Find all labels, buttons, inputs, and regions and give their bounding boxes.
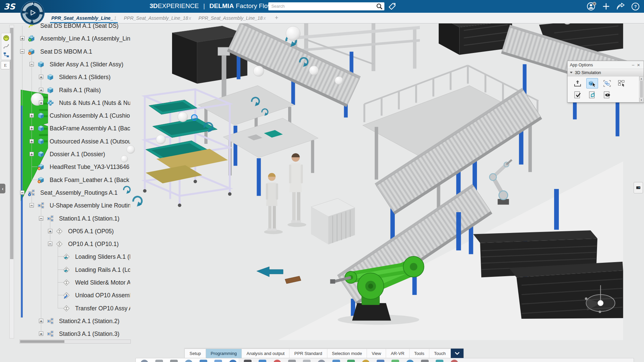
toolbar-icon[interactable] <box>391 360 399 362</box>
tree-item-label[interactable]: BackFrame Assembly A.1 (BackFra <box>50 125 130 132</box>
action-tab-touch[interactable]: Touch <box>429 349 451 358</box>
help-icon[interactable]: ? <box>631 2 640 11</box>
tree-item-label[interactable]: OP10 A.1 (OP10.1) <box>68 241 119 248</box>
tree-item-label[interactable]: HeadRest Tube_YA3-V113646 A.1 <box>50 164 130 171</box>
tree-horizontal-scrollbar[interactable] <box>19 340 131 344</box>
collapse-icon[interactable]: − <box>30 62 34 66</box>
tree-item-label[interactable]: Loading Rails A.1 (Loa <box>75 266 130 274</box>
expand-icon[interactable]: + <box>30 113 34 118</box>
publish-simulation-button[interactable] <box>572 78 583 88</box>
toolbar-icon[interactable] <box>450 360 458 362</box>
tree-item-label[interactable]: Nuts & Nuts A.1 (Nuts & Nuts) <box>59 100 130 107</box>
tree-item-label[interactable]: U-Shape Assembly Line Routings <box>50 202 130 209</box>
tree-row[interactable]: Back Foam_Leather A.1 (Back Foa <box>0 174 130 186</box>
toolbar-icon[interactable] <box>406 360 414 362</box>
expand-icon[interactable]: + <box>20 36 24 41</box>
list-eye-button[interactable] <box>601 89 613 100</box>
scrollbar-thumb[interactable] <box>640 81 643 98</box>
tree-row[interactable]: Seat DS EBOM A.1 (Seat DS) <box>0 23 130 32</box>
toolbar-icon[interactable] <box>141 360 148 362</box>
scrollbar-thumb[interactable] <box>20 340 64 343</box>
tree-row[interactable]: −Slider Assy A.1 (Slider Assy) <box>0 58 130 71</box>
tree-row[interactable]: +OP05 A.1 (OP05) <box>0 225 130 238</box>
tree-row[interactable]: +Station3 A.1 (Station.3) <box>0 327 130 339</box>
app-options-scrollbar[interactable]: ▲ ▼ <box>639 76 643 102</box>
expand-icon[interactable]: + <box>39 331 43 336</box>
expand-icon[interactable]: + <box>39 101 43 105</box>
scroll-up-icon[interactable]: ▲ <box>639 76 643 80</box>
search-input[interactable] <box>268 2 384 10</box>
tree-row[interactable]: −U-Shape Assembly Line Routings <box>0 199 130 212</box>
viewport-3d[interactable]: Seat DS EBOM A.1 (Seat DS)+Assembly_Line… <box>0 23 644 362</box>
tree-row[interactable]: −Seat_Assembly_Routings A.1 <box>0 186 130 199</box>
expand-icon[interactable]: + <box>30 139 34 143</box>
tree-item-label[interactable]: Station2 A.1 (Station.2) <box>59 318 119 325</box>
action-tab-view[interactable]: View <box>367 349 386 358</box>
expand-icon[interactable]: + <box>39 75 43 79</box>
tree-item-label[interactable]: Cushion Assembly A.1 (Cushion A <box>50 112 130 119</box>
sketch-hand-icon[interactable] <box>3 43 9 50</box>
tree-item-label[interactable]: Weld Slider& Motor A: <box>75 279 130 286</box>
tree-row[interactable]: +Outsourced Assise A.1 (Outsource <box>0 135 130 148</box>
toolbar-icon[interactable] <box>273 360 281 362</box>
collapse-icon[interactable]: − <box>20 49 24 54</box>
minimize-icon[interactable]: – <box>631 63 636 67</box>
toolbar-icon[interactable] <box>214 360 222 362</box>
tree-row[interactable]: Unload OP10 Assembly <box>0 289 130 302</box>
toolbar-icon[interactable] <box>185 360 193 362</box>
tree-item-label[interactable]: Outsourced Assise A.1 (Outsource <box>50 138 130 145</box>
tree-row[interactable]: Loading Rails A.1 (Loa <box>0 263 130 276</box>
scroll-down-icon[interactable]: ▼ <box>639 98 643 102</box>
structure-graph-icon[interactable] <box>3 52 9 58</box>
tree-item-label[interactable]: Loading Sliders A.1 (Lo <box>75 253 130 260</box>
pointer-simulation-button[interactable] <box>586 78 598 88</box>
toolbar-icon[interactable] <box>244 360 252 362</box>
tree-row[interactable]: Weld Slider& Motor A: <box>0 276 130 289</box>
dassault-logo[interactable]: 3S <box>3 1 20 13</box>
tree-panel-button[interactable]: E <box>1 61 10 69</box>
tree-item-label[interactable]: OP05 A.1 (OP05) <box>68 228 114 235</box>
action-tab-analysis-and-output[interactable]: Analysis and output <box>242 349 289 358</box>
toolbar-icon[interactable] <box>318 360 325 362</box>
tree-item-label[interactable]: Assembly_Line A.1 (Assembly_Line.1) <box>40 35 130 42</box>
document-tab[interactable]: PPR_Seat_Assembly_Line_18x <box>195 13 269 23</box>
action-tab-selection-mode[interactable]: Selection mode <box>327 349 367 358</box>
document-tab[interactable]: PPR_Seat_Assembly_Line_1 <box>48 13 120 23</box>
tree-row[interactable]: −Seat DS MBOM A.1 <box>0 45 130 58</box>
tree-row[interactable]: +Assembly_Line A.1 (Assembly_Line.1) <box>0 32 130 45</box>
tree-item-label[interactable]: Rails A.1 (Rails) <box>59 87 101 94</box>
scrollbar-thumb[interactable] <box>10 28 13 259</box>
tree-row[interactable]: +Rails A.1 (Rails) <box>0 84 130 97</box>
collapse-icon[interactable]: − <box>20 190 24 195</box>
toolbar-icon[interactable] <box>436 360 443 362</box>
tree-row[interactable]: +BackFrame Assembly A.1 (BackFra <box>0 122 130 135</box>
tree-row[interactable]: +Sliders A.1 (Sliders) <box>0 71 130 83</box>
toolbar-icon[interactable] <box>421 360 429 362</box>
action-tab-ppr-standard[interactable]: PPR Standard <box>289 349 327 358</box>
right-panel-toggle[interactable] <box>634 182 643 193</box>
toolbar-icon[interactable] <box>200 360 207 362</box>
add-icon[interactable] <box>602 2 610 10</box>
action-tab-ar-vr[interactable]: AR-VR <box>386 349 409 358</box>
toolbar-icon[interactable] <box>347 360 355 362</box>
list-check-button[interactable] <box>572 89 583 100</box>
tree-item-label[interactable]: Seat DS MBOM A.1 <box>40 48 92 55</box>
toolbar-icon[interactable] <box>259 360 266 362</box>
flow-cursor-button[interactable] <box>616 78 628 88</box>
tab-close-icon[interactable]: x <box>189 15 191 21</box>
action-tab-programming[interactable]: Programming <box>206 349 242 358</box>
user-avatar-icon[interactable] <box>586 1 596 11</box>
tree-row[interactable]: Transfer OP10 Assy A. <box>0 302 130 315</box>
collapse-icon[interactable]: − <box>48 242 52 246</box>
tree-row[interactable]: −Station1 A.1 (Station.1) <box>0 212 130 225</box>
select-sphere-icon[interactable] <box>3 35 9 41</box>
action-tab-setup[interactable]: Setup <box>184 349 206 358</box>
frame-flow-button[interactable] <box>601 78 613 88</box>
tree-row[interactable]: HeadRest Tube_YA3-V113646 A.1 <box>0 161 130 173</box>
tree-item-label[interactable]: Seat_Assembly_Routings A.1 <box>40 189 118 196</box>
action-tab-tools[interactable]: Tools <box>410 349 429 358</box>
toolbar-icon[interactable] <box>155 360 163 362</box>
tree-item-label[interactable]: Seat DS EBOM A.1 (Seat DS) <box>40 23 118 29</box>
collapse-panel-handle[interactable]: ‹ <box>0 184 5 193</box>
tree-row[interactable]: +Cushion Assembly A.1 (Cushion A <box>0 109 130 122</box>
